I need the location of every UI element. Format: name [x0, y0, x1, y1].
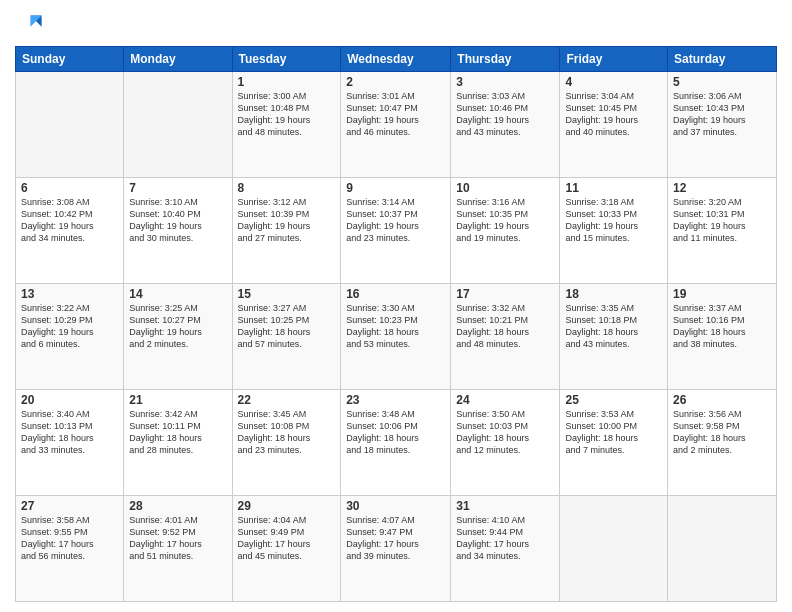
- day-number: 8: [238, 181, 336, 195]
- day-number: 22: [238, 393, 336, 407]
- day-detail: Sunrise: 3:12 AM Sunset: 10:39 PM Daylig…: [238, 196, 336, 245]
- calendar-cell: 22Sunrise: 3:45 AM Sunset: 10:08 PM Dayl…: [232, 390, 341, 496]
- calendar-cell: 8Sunrise: 3:12 AM Sunset: 10:39 PM Dayli…: [232, 178, 341, 284]
- day-number: 2: [346, 75, 445, 89]
- calendar-cell: 31Sunrise: 4:10 AM Sunset: 9:44 PM Dayli…: [451, 496, 560, 602]
- header-thursday: Thursday: [451, 47, 560, 72]
- day-number: 5: [673, 75, 771, 89]
- day-number: 27: [21, 499, 118, 513]
- day-number: 23: [346, 393, 445, 407]
- day-detail: Sunrise: 3:56 AM Sunset: 9:58 PM Dayligh…: [673, 408, 771, 457]
- day-number: 15: [238, 287, 336, 301]
- calendar-cell: [560, 496, 668, 602]
- day-detail: Sunrise: 3:32 AM Sunset: 10:21 PM Daylig…: [456, 302, 554, 351]
- day-number: 11: [565, 181, 662, 195]
- day-detail: Sunrise: 3:25 AM Sunset: 10:27 PM Daylig…: [129, 302, 226, 351]
- header-saturday: Saturday: [668, 47, 777, 72]
- day-detail: Sunrise: 3:20 AM Sunset: 10:31 PM Daylig…: [673, 196, 771, 245]
- calendar-cell: 1Sunrise: 3:00 AM Sunset: 10:48 PM Dayli…: [232, 72, 341, 178]
- day-detail: Sunrise: 3:18 AM Sunset: 10:33 PM Daylig…: [565, 196, 662, 245]
- day-detail: Sunrise: 3:22 AM Sunset: 10:29 PM Daylig…: [21, 302, 118, 351]
- day-number: 19: [673, 287, 771, 301]
- day-number: 6: [21, 181, 118, 195]
- day-number: 30: [346, 499, 445, 513]
- calendar-cell: 29Sunrise: 4:04 AM Sunset: 9:49 PM Dayli…: [232, 496, 341, 602]
- header-sunday: Sunday: [16, 47, 124, 72]
- day-detail: Sunrise: 3:48 AM Sunset: 10:06 PM Daylig…: [346, 408, 445, 457]
- day-number: 28: [129, 499, 226, 513]
- calendar-cell: 14Sunrise: 3:25 AM Sunset: 10:27 PM Dayl…: [124, 284, 232, 390]
- week-row-1: 6Sunrise: 3:08 AM Sunset: 10:42 PM Dayli…: [16, 178, 777, 284]
- calendar-page: SundayMondayTuesdayWednesdayThursdayFrid…: [0, 0, 792, 612]
- day-detail: Sunrise: 3:35 AM Sunset: 10:18 PM Daylig…: [565, 302, 662, 351]
- day-number: 24: [456, 393, 554, 407]
- calendar-cell: 15Sunrise: 3:27 AM Sunset: 10:25 PM Dayl…: [232, 284, 341, 390]
- calendar-cell: 25Sunrise: 3:53 AM Sunset: 10:00 PM Dayl…: [560, 390, 668, 496]
- calendar-cell: 19Sunrise: 3:37 AM Sunset: 10:16 PM Dayl…: [668, 284, 777, 390]
- day-detail: Sunrise: 3:42 AM Sunset: 10:11 PM Daylig…: [129, 408, 226, 457]
- day-number: 16: [346, 287, 445, 301]
- week-row-3: 20Sunrise: 3:40 AM Sunset: 10:13 PM Dayl…: [16, 390, 777, 496]
- calendar-cell: [124, 72, 232, 178]
- day-number: 26: [673, 393, 771, 407]
- day-number: 13: [21, 287, 118, 301]
- day-detail: Sunrise: 3:01 AM Sunset: 10:47 PM Daylig…: [346, 90, 445, 139]
- day-detail: Sunrise: 4:01 AM Sunset: 9:52 PM Dayligh…: [129, 514, 226, 563]
- calendar-cell: 5Sunrise: 3:06 AM Sunset: 10:43 PM Dayli…: [668, 72, 777, 178]
- day-number: 31: [456, 499, 554, 513]
- day-number: 25: [565, 393, 662, 407]
- week-row-0: 1Sunrise: 3:00 AM Sunset: 10:48 PM Dayli…: [16, 72, 777, 178]
- day-number: 18: [565, 287, 662, 301]
- week-row-2: 13Sunrise: 3:22 AM Sunset: 10:29 PM Dayl…: [16, 284, 777, 390]
- logo-icon: [15, 10, 43, 38]
- calendar-cell: 27Sunrise: 3:58 AM Sunset: 9:55 PM Dayli…: [16, 496, 124, 602]
- day-detail: Sunrise: 3:04 AM Sunset: 10:45 PM Daylig…: [565, 90, 662, 139]
- day-detail: Sunrise: 4:07 AM Sunset: 9:47 PM Dayligh…: [346, 514, 445, 563]
- calendar-cell: 13Sunrise: 3:22 AM Sunset: 10:29 PM Dayl…: [16, 284, 124, 390]
- week-row-4: 27Sunrise: 3:58 AM Sunset: 9:55 PM Dayli…: [16, 496, 777, 602]
- day-detail: Sunrise: 4:10 AM Sunset: 9:44 PM Dayligh…: [456, 514, 554, 563]
- day-detail: Sunrise: 3:10 AM Sunset: 10:40 PM Daylig…: [129, 196, 226, 245]
- calendar-cell: 20Sunrise: 3:40 AM Sunset: 10:13 PM Dayl…: [16, 390, 124, 496]
- day-detail: Sunrise: 3:37 AM Sunset: 10:16 PM Daylig…: [673, 302, 771, 351]
- calendar-cell: 7Sunrise: 3:10 AM Sunset: 10:40 PM Dayli…: [124, 178, 232, 284]
- header-friday: Friday: [560, 47, 668, 72]
- day-detail: Sunrise: 3:27 AM Sunset: 10:25 PM Daylig…: [238, 302, 336, 351]
- day-number: 3: [456, 75, 554, 89]
- day-number: 4: [565, 75, 662, 89]
- day-detail: Sunrise: 4:04 AM Sunset: 9:49 PM Dayligh…: [238, 514, 336, 563]
- day-detail: Sunrise: 3:45 AM Sunset: 10:08 PM Daylig…: [238, 408, 336, 457]
- header-monday: Monday: [124, 47, 232, 72]
- day-detail: Sunrise: 3:40 AM Sunset: 10:13 PM Daylig…: [21, 408, 118, 457]
- calendar-cell: 28Sunrise: 4:01 AM Sunset: 9:52 PM Dayli…: [124, 496, 232, 602]
- calendar-cell: 12Sunrise: 3:20 AM Sunset: 10:31 PM Dayl…: [668, 178, 777, 284]
- day-detail: Sunrise: 3:50 AM Sunset: 10:03 PM Daylig…: [456, 408, 554, 457]
- day-number: 17: [456, 287, 554, 301]
- day-number: 9: [346, 181, 445, 195]
- day-number: 10: [456, 181, 554, 195]
- calendar-header: SundayMondayTuesdayWednesdayThursdayFrid…: [16, 47, 777, 72]
- calendar-cell: 9Sunrise: 3:14 AM Sunset: 10:37 PM Dayli…: [341, 178, 451, 284]
- calendar-cell: 23Sunrise: 3:48 AM Sunset: 10:06 PM Dayl…: [341, 390, 451, 496]
- calendar-body: 1Sunrise: 3:00 AM Sunset: 10:48 PM Dayli…: [16, 72, 777, 602]
- day-detail: Sunrise: 3:08 AM Sunset: 10:42 PM Daylig…: [21, 196, 118, 245]
- calendar-cell: [16, 72, 124, 178]
- day-number: 14: [129, 287, 226, 301]
- calendar-cell: 11Sunrise: 3:18 AM Sunset: 10:33 PM Dayl…: [560, 178, 668, 284]
- calendar-cell: 30Sunrise: 4:07 AM Sunset: 9:47 PM Dayli…: [341, 496, 451, 602]
- day-number: 1: [238, 75, 336, 89]
- calendar-cell: [668, 496, 777, 602]
- calendar-cell: 24Sunrise: 3:50 AM Sunset: 10:03 PM Dayl…: [451, 390, 560, 496]
- calendar-cell: 4Sunrise: 3:04 AM Sunset: 10:45 PM Dayli…: [560, 72, 668, 178]
- day-detail: Sunrise: 3:16 AM Sunset: 10:35 PM Daylig…: [456, 196, 554, 245]
- calendar-cell: 3Sunrise: 3:03 AM Sunset: 10:46 PM Dayli…: [451, 72, 560, 178]
- calendar-cell: 17Sunrise: 3:32 AM Sunset: 10:21 PM Dayl…: [451, 284, 560, 390]
- calendar-cell: 10Sunrise: 3:16 AM Sunset: 10:35 PM Dayl…: [451, 178, 560, 284]
- day-number: 7: [129, 181, 226, 195]
- calendar-cell: 2Sunrise: 3:01 AM Sunset: 10:47 PM Dayli…: [341, 72, 451, 178]
- day-detail: Sunrise: 3:53 AM Sunset: 10:00 PM Daylig…: [565, 408, 662, 457]
- calendar-table: SundayMondayTuesdayWednesdayThursdayFrid…: [15, 46, 777, 602]
- day-detail: Sunrise: 3:03 AM Sunset: 10:46 PM Daylig…: [456, 90, 554, 139]
- calendar-cell: 18Sunrise: 3:35 AM Sunset: 10:18 PM Dayl…: [560, 284, 668, 390]
- calendar-cell: 26Sunrise: 3:56 AM Sunset: 9:58 PM Dayli…: [668, 390, 777, 496]
